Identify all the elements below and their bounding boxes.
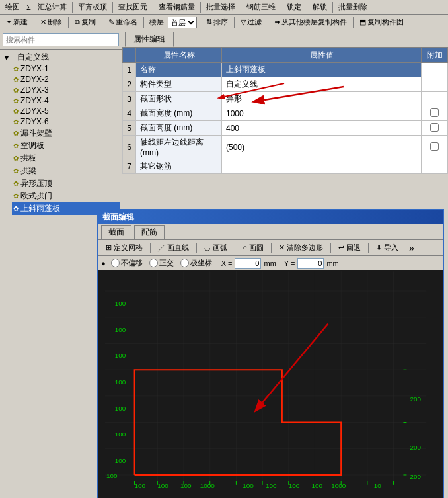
menu-rebar-3d[interactable]: 钢筋三维 [244,1,278,13]
dialog-tab-section[interactable]: 截面 [101,225,131,239]
tree-item-kongtiao[interactable]: ✿ 空调板 [12,140,120,152]
tree-item-label-selected: 上斜雨蓬板 [20,203,60,214]
tree-item-label: 异形压顶 [20,178,52,189]
prop-extra-5[interactable] [422,121,448,136]
row-num-4: 4 [123,106,136,121]
prop-extra-4[interactable] [422,106,448,121]
tree-item-yixing[interactable]: ✿ 异形压顶 [12,177,120,190]
radio-polar[interactable]: 极坐标 [180,258,212,268]
svg-text:100: 100 [289,482,300,489]
radio-orthogonal[interactable]: 正交 [149,258,174,268]
table-row: 3 截面形状 异形 [123,92,448,106]
tree-item-gongban[interactable]: ✿ 拱板 [12,152,120,165]
dlg-sep4 [271,243,272,253]
menu-lock[interactable]: 锁定 [284,1,304,13]
menu-find[interactable]: 查找图元 [116,1,150,13]
toolbar-sep9 [34,17,34,28]
prop-value-2[interactable]: 自定义线 [222,77,422,92]
tree-root-icon: □ [11,53,15,62]
menu-align[interactable]: 平齐板顶 [75,1,110,13]
drawing-canvas[interactable]: 100 100 100 100 100 100 100 100 200 20 [98,270,443,498]
prop-name-5[interactable]: 截面高度 (mm) [136,121,222,136]
radio-no-offset-input[interactable] [111,259,120,267]
toolbar-sep13 [200,17,200,28]
menu-sigma[interactable]: Σ [24,2,34,13]
tree-item-zdyx3[interactable]: ✿ ZDYX-3 [12,85,120,95]
checkbox-6[interactable] [430,142,439,151]
radio-no-offset[interactable]: 不偏移 [111,258,143,268]
copy-button[interactable]: ⧉ 复制 [71,16,99,28]
radio-polar-input[interactable] [180,259,189,267]
svg-text:100: 100 [243,482,254,489]
draw-rect-btn[interactable]: ○ 画圆 [238,241,268,254]
checkbox-4[interactable] [430,108,439,117]
tab-property-edit[interactable]: 属性编辑 [125,32,174,47]
copy-from-icon: ⬌ [274,18,280,26]
prop-name-6[interactable]: 轴线距左边线距离 (mm) [136,136,222,159]
dlg-sep2 [196,243,197,253]
row-num-5: 5 [123,121,136,136]
tree-item-zdyx5[interactable]: ✿ ZDYX-5 [12,106,120,116]
prop-value-5[interactable]: 400 [222,121,422,136]
checkbox-5[interactable] [430,123,439,132]
row-num-7: 7 [123,159,136,174]
prop-name-3[interactable]: 截面形状 [136,92,222,106]
prop-value-6[interactable]: (500) [222,136,422,159]
prop-value-7[interactable] [222,159,422,174]
clear-poly-btn[interactable]: ✕ 清除多边形 [274,241,328,254]
y-input[interactable] [297,258,324,269]
tree-item-oushi[interactable]: ✿ 欧式拱门 [12,190,120,202]
draw-arc-btn[interactable]: ◡ 画弧 [200,241,232,254]
define-grid-btn[interactable]: ⊞ 定义网格 [101,241,147,254]
menu-batch-delete[interactable]: 批量删除 [336,1,370,13]
svg-text:100: 100 [115,300,126,307]
tree-item-zdyx1[interactable]: ✿ ZDYX-1 [12,63,120,74]
prop-name-7[interactable]: 其它钢筋 [136,159,222,174]
tree-item-zdyx4[interactable]: ✿ ZDYX-4 [12,95,120,106]
tree-item-gongliang[interactable]: ✿ 拱梁 [12,165,120,177]
tree-item-zdyx6[interactable]: ✿ ZDYX-6 [12,116,120,127]
menu-drawing[interactable]: 绘图 [3,1,22,13]
dialog-toolbar: ⊞ 定义网格 ╱ 画直线 ◡ 画弧 ○ 画圆 ✕ 清除多边形 [98,240,443,256]
menu-unlock[interactable]: 解锁 [310,1,330,13]
sort-button[interactable]: ⇅ 排序 [203,16,231,28]
arc-icon: ◡ [204,243,211,251]
delete-button[interactable]: ✕ 删除 [37,16,65,28]
radio-orthogonal-input[interactable] [149,259,158,267]
search-input[interactable] [3,33,119,46]
copy-from-layer-button[interactable]: ⬌ 从其他楼层复制构件 [271,16,350,28]
x-input[interactable] [235,258,261,269]
dialog-tab-rebar[interactable]: 配筋 [134,225,165,239]
floor-select[interactable]: 首层 [168,17,197,28]
prop-name-4[interactable]: 截面宽度 (mm) [136,106,222,121]
svg-text:200: 200 [410,395,421,403]
new-icon: ✦ [6,18,12,26]
svg-text:100: 100 [115,405,126,412]
prop-value-1[interactable]: 上斜雨蓬板 [222,63,422,77]
toolbar-second: ✦ 新建 ✕ 删除 ⧉ 复制 ✎ 重命名 楼层 首层 ⇅ 排序 ▽ 过滤 ⬌ 从… [0,15,448,30]
tree-item-icon: ✿ [13,142,19,149]
copy-comp-button[interactable]: ⬒ 复制构件图 [356,16,407,28]
prop-name-1[interactable]: 名称 [136,63,222,77]
import-btn[interactable]: ⬇ 导入 [371,241,403,254]
prop-extra-6[interactable] [422,136,448,159]
menu-view-rebar[interactable]: 查看钢筋量 [156,1,198,13]
undo-btn[interactable]: ↩ 回退 [334,241,365,254]
draw-line-btn[interactable]: ╱ 画直线 [153,241,194,254]
filter-button[interactable]: ▽ 过滤 [237,16,265,28]
prop-value-3[interactable]: 异形 [222,92,422,106]
tree-item-zdyx2[interactable]: ✿ ZDYX-2 [12,74,120,85]
dlg-sep3 [235,243,235,253]
prop-name-2[interactable]: 构件类型 [136,77,222,92]
menu-batch-select[interactable]: 批量选择 [204,1,238,13]
sep3 [153,2,153,13]
dialog-titlebar: 截面编辑 [98,210,443,224]
menu-calc[interactable]: 汇总计算 [35,1,69,13]
expand-btn[interactable]: » [409,243,414,253]
rename-button[interactable]: ✎ 重命名 [105,16,141,28]
tree-root[interactable]: ▼ □ 自定义线 [1,51,120,63]
tree-item-loudu[interactable]: ✿ 漏斗架壁 [12,127,120,140]
prop-value-4[interactable]: 1000 [222,106,422,121]
new-button[interactable]: ✦ 新建 [3,16,31,28]
coords-toolbar: ● 不偏移 正交 极坐标 X = mm Y = mm [98,256,443,270]
